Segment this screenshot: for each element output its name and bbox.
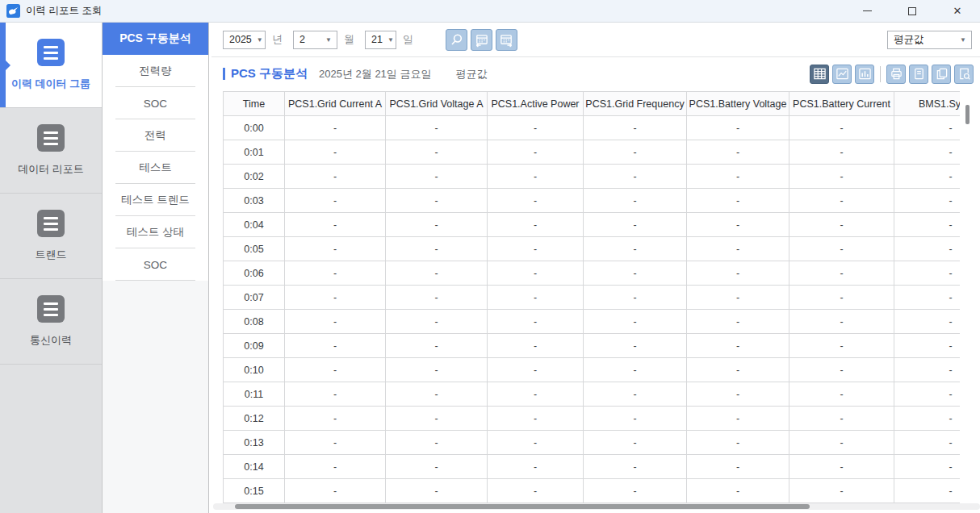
table-row: 0:13------- [224,431,961,455]
value-cell: - [386,140,488,165]
value-cell: - [386,431,488,455]
time-cell: 0:11 [224,382,285,407]
menu-item-test[interactable]: 테스트 [103,152,208,184]
bar-chart-button[interactable] [855,65,874,84]
table-row: 0:11------- [224,382,961,407]
table-row: 0:07------- [224,286,961,310]
close-button[interactable]: ✕ [935,0,980,22]
value-cell: - [584,237,687,261]
section-date: 2025년 2월 21일 금요일 [319,67,431,81]
print-button[interactable] [886,65,906,84]
menu-item-test-trend[interactable]: 테스트 트렌드 [103,184,208,216]
document-search-button[interactable] [954,65,974,84]
sidebar-item-label: 통신이력 [30,333,72,348]
maximize-button[interactable] [890,0,935,22]
value-cell: - [789,237,894,261]
value-cell: - [386,213,488,237]
table-view-icon [813,67,827,81]
table-row: 0:06------- [224,261,961,286]
value-cell: - [894,116,961,140]
day-label: 일 [403,32,413,47]
horizontal-scrollbar-thumb[interactable] [235,504,810,509]
table-row: 0:08------- [224,310,961,334]
value-cell: - [687,165,789,189]
search-button[interactable] [446,29,467,51]
document-search-icon [957,67,971,81]
line-chart-button[interactable] [832,65,852,84]
sidebar-item-data-report[interactable]: 데이터 리포트 [0,108,102,194]
value-cell: - [584,407,687,431]
menu-item-soc-2[interactable]: SOC [103,248,208,281]
date-toolbar: 2025 ▼ 년 2 ▼ 월 21 ▼ 일 [209,23,980,56]
document-button[interactable] [909,65,928,84]
menu-item-test-status[interactable]: 테스트 상태 [103,216,208,248]
day-select[interactable]: 21 ▼ [365,31,396,49]
day-value: 21 [371,34,383,45]
sidebar-item-trend[interactable]: 트랜드 [0,194,102,279]
horizontal-scrollbar-track[interactable] [213,503,980,510]
value-cell: - [894,189,961,213]
value-cell: - [386,455,488,479]
value-cell: - [386,116,488,140]
value-cell: - [687,431,789,455]
value-cell: - [285,286,386,310]
value-cell: - [894,165,961,189]
value-cell: - [584,358,687,382]
menu-item-soc[interactable]: SOC [103,87,208,119]
copy-icon [935,67,949,81]
menu-item-energy[interactable]: 전력량 [103,55,208,87]
value-cell: - [687,455,789,479]
sidebar-item-comm-history[interactable]: 통신이력 [0,279,102,365]
menu-item-power[interactable]: 전력 [103,119,208,152]
column-header: Time [224,92,285,116]
vertical-scrollbar[interactable] [965,105,970,124]
value-cell: - [789,116,894,140]
aggregate-select[interactable]: 평균값 ▼ [887,31,972,49]
value-cell: - [687,261,789,286]
column-header: PCS1.Grid Voltage A [386,92,488,116]
chevron-down-icon: ▼ [387,36,394,44]
table-view-button[interactable] [810,65,829,84]
value-cell: - [584,286,687,310]
month-select[interactable]: 2 ▼ [293,31,337,49]
value-cell: - [285,261,386,286]
table-row: 0:02------- [224,165,961,189]
value-cell: - [687,237,789,261]
value-cell: - [488,213,584,237]
value-cell: - [386,310,488,334]
value-cell: - [285,382,386,407]
next-day-button[interactable] [496,29,517,51]
copy-button[interactable] [932,65,951,84]
value-cell: - [687,286,789,310]
line-chart-icon [836,67,849,81]
maximize-icon [908,7,916,15]
value-cell: - [285,116,386,140]
time-cell: 0:05 [224,237,285,261]
prev-day-button[interactable] [471,29,492,51]
month-label: 월 [344,32,354,47]
year-select[interactable]: 2025 ▼ [223,31,266,49]
table-row: 0:12------- [224,407,961,431]
value-cell: - [285,237,386,261]
value-cell: - [789,479,894,503]
time-cell: 0:03 [224,189,285,213]
sidebar-item-label: 데이터 리포트 [18,162,84,177]
minimize-button[interactable] [844,0,890,22]
sidebar-item-history-data-group[interactable]: 이력 데이터 그룹 [0,23,102,108]
chevron-down-icon: ▼ [257,36,263,44]
value-cell: - [488,455,584,479]
minimize-icon [863,10,872,11]
value-cell: - [488,261,584,286]
value-cell: - [789,310,894,334]
value-cell: - [285,407,386,431]
time-cell: 0:15 [224,479,285,503]
data-grid: TimePCS1.Grid Current APCS1.Grid Voltage… [223,91,960,503]
value-cell: - [894,431,961,455]
value-cell: - [285,358,386,382]
list-icon [37,210,65,237]
menu-item-pcs-analysis[interactable]: PCS 구동분석 [103,23,208,55]
value-cell: - [584,479,687,503]
value-cell: - [687,334,789,358]
value-cell: - [584,165,687,189]
secondary-menu: PCS 구동분석 전력량 SOC 전력 테스트 테스트 트렌드 테스트 상태 S… [103,23,209,513]
